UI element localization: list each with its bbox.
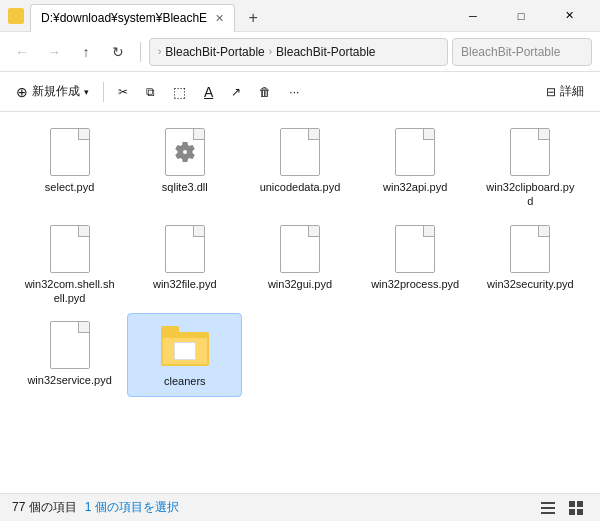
- delete-button[interactable]: 🗑: [251, 78, 279, 106]
- nav-separator: [140, 42, 141, 62]
- list-item[interactable]: win32service.pyd: [12, 313, 127, 397]
- toolbar-separator-1: [103, 82, 104, 102]
- details-icon: ⊟: [546, 85, 556, 99]
- tab-active[interactable]: D:¥download¥system¥BleachE ✕: [30, 4, 235, 32]
- share-icon: ↗: [231, 85, 241, 99]
- cut-icon: ✂: [118, 85, 128, 99]
- app-icon: [8, 8, 24, 24]
- file-icon: [276, 128, 324, 176]
- folder-body: [161, 332, 209, 366]
- more-button[interactable]: ···: [281, 78, 307, 106]
- doc-file-icon: [280, 128, 320, 176]
- doc-file-icon: [280, 225, 320, 273]
- file-name: win32com.shell.shell.pyd: [25, 277, 115, 306]
- file-name: select.pyd: [45, 180, 95, 194]
- list-view-button[interactable]: [536, 496, 560, 520]
- new-button[interactable]: ⊕ 新規作成 ▾: [8, 78, 97, 106]
- new-chevron-icon: ▾: [84, 87, 89, 97]
- breadcrumb-separator: ›: [269, 46, 272, 57]
- list-item[interactable]: select.pyd: [12, 120, 127, 217]
- details-button[interactable]: ⊟ 詳細: [538, 78, 592, 106]
- svg-rect-3: [569, 501, 575, 507]
- list-view-icon: [540, 500, 556, 516]
- file-name: win32gui.pyd: [268, 277, 332, 291]
- svg-rect-5: [569, 509, 575, 515]
- list-item[interactable]: win32api.pyd: [358, 120, 473, 217]
- file-name: win32process.pyd: [371, 277, 459, 291]
- doc-file-icon: [510, 128, 550, 176]
- list-item[interactable]: win32clipboard.pyd: [473, 120, 588, 217]
- svg-rect-1: [541, 507, 555, 509]
- breadcrumb[interactable]: › BleachBit-Portable › BleachBit-Portabl…: [149, 38, 448, 66]
- share-button[interactable]: ↗: [223, 78, 249, 106]
- breadcrumb-item-2[interactable]: BleachBit-Portable: [276, 45, 375, 59]
- doc-file-icon: [510, 225, 550, 273]
- refresh-button[interactable]: ↻: [104, 38, 132, 66]
- search-box[interactable]: BleachBit-Portable: [452, 38, 592, 66]
- up-button[interactable]: ↑: [72, 38, 100, 66]
- new-label: 新規作成: [32, 83, 80, 100]
- file-icon: [46, 321, 94, 369]
- doc-file-icon: [395, 225, 435, 273]
- navigation-bar: ← → ↑ ↻ › BleachBit-Portable › BleachBit…: [0, 32, 600, 72]
- copy-button[interactable]: ⧉: [138, 78, 163, 106]
- list-item[interactable]: win32file.pyd: [127, 217, 242, 314]
- file-name: win32file.pyd: [153, 277, 217, 291]
- status-left: 77 個の項目 1 個の項目を選択: [12, 499, 536, 516]
- doc-file-icon: [165, 225, 205, 273]
- grid-view-button[interactable]: [564, 496, 588, 520]
- list-item[interactable]: cleaners: [127, 313, 242, 397]
- list-item[interactable]: win32security.pyd: [473, 217, 588, 314]
- svg-rect-6: [577, 509, 583, 515]
- status-right: [536, 496, 588, 520]
- copy-icon: ⧉: [146, 85, 155, 99]
- file-icon: [161, 225, 209, 273]
- file-icon: [46, 128, 94, 176]
- delete-icon: 🗑: [259, 85, 271, 99]
- grid-view-icon: [568, 500, 584, 516]
- toolbar: ⊕ 新規作成 ▾ ✂ ⧉ ⬚ A ↗ 🗑 ··· ⊟ 詳細: [0, 72, 600, 112]
- file-icon: [46, 225, 94, 273]
- file-icon: [506, 128, 554, 176]
- title-bar: D:¥download¥system¥BleachE ✕ + ─ □ ✕: [0, 0, 600, 32]
- svg-rect-0: [541, 502, 555, 504]
- list-item[interactable]: win32process.pyd: [358, 217, 473, 314]
- file-grid: select.pyd sqlite3.dll unicodedata.pyd w…: [12, 120, 588, 397]
- new-tab-button[interactable]: +: [239, 4, 267, 32]
- selected-count[interactable]: 1 個の項目を選択: [85, 499, 179, 516]
- list-item[interactable]: unicodedata.pyd: [242, 120, 357, 217]
- file-icon: [506, 225, 554, 273]
- file-name: win32api.pyd: [383, 180, 447, 194]
- file-name: unicodedata.pyd: [260, 180, 341, 194]
- file-icon: [161, 128, 209, 176]
- file-icon: [276, 225, 324, 273]
- maximize-button[interactable]: □: [498, 0, 544, 32]
- file-name: win32security.pyd: [487, 277, 574, 291]
- list-item[interactable]: win32com.shell.shell.pyd: [12, 217, 127, 314]
- doc-file-icon: [50, 128, 90, 176]
- tab-close-button[interactable]: ✕: [215, 12, 224, 25]
- file-icon: [161, 322, 209, 370]
- search-placeholder: BleachBit-Portable: [461, 45, 560, 59]
- file-area: select.pyd sqlite3.dll unicodedata.pyd w…: [0, 112, 600, 493]
- cut-button[interactable]: ✂: [110, 78, 136, 106]
- folder-paper: [174, 342, 196, 360]
- breadcrumb-item-1[interactable]: BleachBit-Portable: [165, 45, 264, 59]
- doc-file-icon: [50, 321, 90, 369]
- folder-inner: [163, 338, 207, 364]
- close-button[interactable]: ✕: [546, 0, 592, 32]
- rename-button[interactable]: A: [196, 78, 221, 106]
- forward-button[interactable]: →: [40, 38, 68, 66]
- minimize-button[interactable]: ─: [450, 0, 496, 32]
- toolbar-right: ⊟ 詳細: [538, 78, 592, 106]
- back-button[interactable]: ←: [8, 38, 36, 66]
- breadcrumb-arrow: ›: [158, 46, 161, 57]
- item-count: 77 個の項目: [12, 499, 77, 516]
- list-item[interactable]: sqlite3.dll: [127, 120, 242, 217]
- tab-title: D:¥download¥system¥BleachE: [41, 11, 207, 25]
- file-icon: [391, 225, 439, 273]
- list-item[interactable]: win32gui.pyd: [242, 217, 357, 314]
- more-icon: ···: [289, 85, 299, 99]
- paste-button[interactable]: ⬚: [165, 78, 194, 106]
- folder-file-icon: [161, 326, 209, 366]
